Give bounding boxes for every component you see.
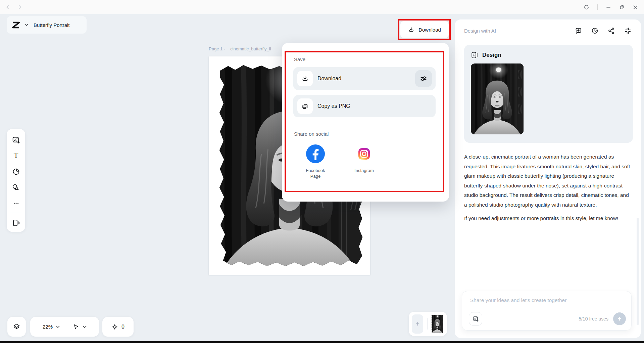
instagram-icon bbox=[355, 144, 374, 163]
download-icon bbox=[408, 27, 414, 33]
page-label: Page 1 - cinematic_butterfly_li bbox=[209, 46, 271, 51]
project-menu-chevron-icon[interactable] bbox=[24, 24, 28, 26]
restore-icon[interactable] bbox=[619, 4, 625, 10]
controls-divider bbox=[597, 4, 598, 10]
page-number: Page 1 - bbox=[209, 46, 225, 51]
collapse-panel-icon[interactable] bbox=[624, 27, 632, 35]
send-button[interactable] bbox=[613, 312, 626, 325]
free-uses-counter: 5/10 free uses bbox=[579, 316, 608, 321]
chat-input-placeholder[interactable]: Share your ideas and let's create togeth… bbox=[470, 297, 566, 303]
elements-icon bbox=[12, 183, 20, 191]
sliders-icon bbox=[419, 75, 428, 83]
design-card-icon bbox=[471, 51, 478, 59]
credits-value: 0 bbox=[121, 324, 125, 330]
cursor-icon bbox=[72, 323, 80, 331]
sticker-tool[interactable] bbox=[8, 164, 24, 179]
zoom-chevron-icon bbox=[56, 326, 60, 328]
more-tools[interactable] bbox=[8, 195, 24, 211]
text-icon: T bbox=[12, 152, 20, 160]
copy-image-icon bbox=[301, 102, 309, 110]
share-facebook[interactable]: Facebook Page bbox=[299, 144, 332, 179]
save-heading: Save bbox=[294, 56, 305, 62]
minimize-icon[interactable] bbox=[606, 4, 611, 10]
nav-back-icon[interactable] bbox=[5, 5, 10, 9]
ai-panel-title: Design with AI bbox=[464, 28, 496, 34]
canvas-size-tool[interactable] bbox=[8, 215, 24, 231]
pages-bar: + bbox=[409, 312, 447, 336]
instagram-label: Instagram bbox=[347, 168, 381, 173]
save-popup: Save Download Copy as PNG Share on socia… bbox=[282, 43, 449, 202]
toolbar-divider bbox=[10, 213, 22, 213]
ai-message: A close-up, cinematic portrait of a woma… bbox=[464, 152, 630, 223]
svg-text:T: T bbox=[14, 152, 18, 160]
download-button[interactable]: Download bbox=[400, 21, 449, 38]
more-icon bbox=[12, 199, 20, 207]
layers-button[interactable] bbox=[7, 317, 26, 337]
nav-forward-icon[interactable] bbox=[17, 5, 22, 9]
pill-divider bbox=[66, 323, 66, 331]
add-page-button[interactable]: + bbox=[412, 314, 423, 334]
text-tool[interactable]: T bbox=[8, 148, 24, 164]
chat-input-card[interactable]: Share your ideas and let's create togeth… bbox=[462, 291, 632, 331]
download-icon bbox=[301, 75, 309, 82]
attach-image-icon bbox=[472, 315, 479, 322]
download-option-icon-square bbox=[297, 71, 313, 86]
project-header: Butterfly Portrait bbox=[7, 16, 87, 34]
design-card: Design bbox=[464, 45, 633, 143]
bottom-edge-bar bbox=[0, 341, 644, 343]
sticker-icon bbox=[12, 168, 20, 176]
cursor-chevron-icon bbox=[83, 326, 87, 328]
refresh-icon[interactable] bbox=[584, 4, 589, 10]
copy-png-icon-square bbox=[297, 98, 313, 114]
download-settings-button[interactable] bbox=[415, 70, 432, 87]
download-option-label: Download bbox=[317, 76, 341, 82]
facebook-icon bbox=[306, 144, 325, 163]
share-heading: Share on social bbox=[294, 131, 329, 137]
zoom-control[interactable]: 22% bbox=[30, 317, 99, 337]
close-icon[interactable] bbox=[633, 5, 638, 10]
zoom-value: 22% bbox=[43, 324, 53, 330]
capcut-logo-icon[interactable] bbox=[11, 21, 20, 29]
panel-scrollbar[interactable] bbox=[637, 218, 639, 325]
design-card-title: Design bbox=[482, 52, 501, 58]
page-filename: cinematic_butterfly_li bbox=[230, 46, 271, 51]
ai-panel-header: Design with AI bbox=[455, 19, 641, 35]
facebook-label-line1: Facebook bbox=[299, 168, 332, 173]
design-thumbnail[interactable] bbox=[471, 63, 524, 134]
ai-panel: Design with AI Design A close-up, cinema… bbox=[455, 19, 641, 338]
popup-copy-png-option[interactable]: Copy as PNG bbox=[293, 95, 436, 117]
new-chat-icon[interactable] bbox=[575, 27, 582, 35]
page-thumbnail[interactable] bbox=[431, 314, 444, 334]
canvas-size-icon bbox=[12, 219, 20, 227]
ai-message-paragraph-1: A close-up, cinematic portrait of a woma… bbox=[464, 152, 630, 210]
project-title: Butterfly Portrait bbox=[34, 22, 70, 28]
sparkle-icon bbox=[111, 324, 118, 330]
history-icon[interactable] bbox=[591, 27, 599, 35]
download-button-label: Download bbox=[418, 27, 441, 33]
ai-message-paragraph-2: If you need adjustments or more portrait… bbox=[464, 214, 630, 223]
pages-divider bbox=[427, 318, 428, 330]
window-title-bar bbox=[0, 0, 644, 14]
credits-button[interactable]: 0 bbox=[102, 317, 134, 337]
facebook-label-line2: Page bbox=[299, 173, 332, 179]
popup-download-option[interactable]: Download bbox=[293, 67, 436, 90]
share-icon[interactable] bbox=[607, 27, 615, 35]
layers-icon bbox=[12, 323, 21, 331]
left-toolbar: T bbox=[7, 129, 25, 232]
add-image-tool[interactable] bbox=[8, 132, 24, 148]
attach-image-button[interactable] bbox=[469, 312, 482, 326]
send-arrow-icon bbox=[616, 316, 623, 322]
copy-png-label: Copy as PNG bbox=[317, 103, 350, 109]
elements-tool[interactable] bbox=[8, 179, 24, 195]
add-image-icon bbox=[12, 136, 20, 144]
share-instagram[interactable]: Instagram bbox=[347, 144, 381, 173]
